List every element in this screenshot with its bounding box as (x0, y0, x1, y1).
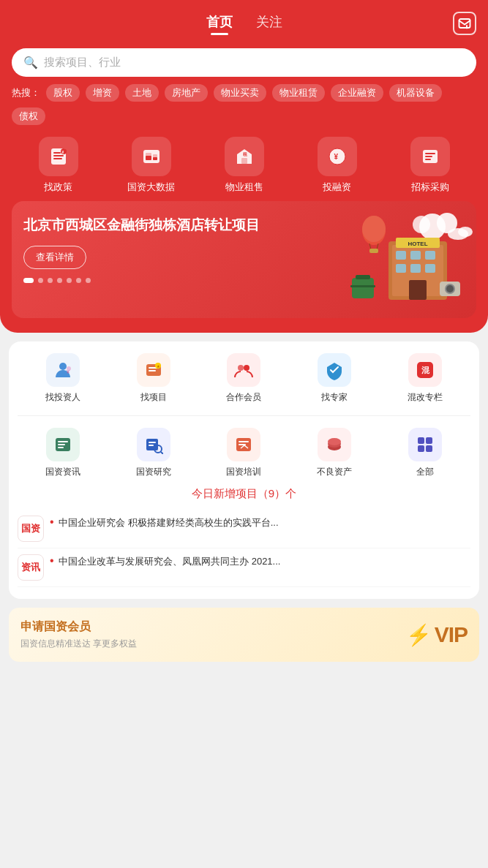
svg-rect-69 (149, 445, 154, 446)
hot-tag-8[interactable]: 债权 (12, 107, 45, 125)
all-icon (408, 428, 442, 461)
svg-point-49 (59, 363, 67, 370)
service-project[interactable]: ★ 找项目 (121, 353, 187, 404)
svg-point-58 (244, 365, 249, 371)
svg-line-67 (161, 452, 163, 454)
service-member[interactable]: 合作会员 (211, 353, 277, 404)
vip-card[interactable]: 申请国资会员 国资信息精准送达 享更多权益 ⚡ VIP (9, 608, 479, 662)
all-label: 全部 (416, 466, 434, 478)
svg-rect-19 (425, 153, 435, 154)
expert-label: 找专家 (321, 391, 348, 404)
message-icon[interactable] (453, 12, 476, 35)
func-policy[interactable]: ¥ 找政策 (29, 137, 88, 194)
news-guozi-training[interactable]: 国资培训 (211, 428, 277, 478)
svg-rect-40 (369, 249, 378, 253)
svg-rect-4 (53, 152, 61, 154)
investor-label: 找投资人 (45, 391, 80, 404)
top-nav: 首页 关注 (12, 0, 476, 42)
guozi-research-label: 国资研究 (136, 466, 171, 478)
func-rental[interactable]: 租 物业租售 (215, 137, 274, 194)
hot-tag-2[interactable]: 土地 (125, 84, 159, 102)
service-mixreform[interactable]: 混 混改专栏 (392, 353, 458, 404)
banner-button[interactable]: 查看详情 (23, 246, 86, 269)
service-row: ¥ 找投资人 ★ 找项目 (18, 353, 470, 404)
func-tender-label: 招标采购 (411, 181, 449, 194)
svg-rect-62 (58, 441, 68, 442)
news-item-0[interactable]: 国资 • 中国企业研究会 积极搭建财经类高校生的实践平台... (18, 510, 470, 548)
func-invest-label: 投融资 (323, 181, 351, 194)
news-guozi-research[interactable]: 国资研究 (121, 428, 187, 478)
banner-dots (23, 278, 91, 283)
svg-point-2 (466, 28, 468, 29)
news-guozi-info[interactable]: 国资资讯 (30, 428, 96, 478)
func-data[interactable]: 国资大数据 (122, 137, 181, 194)
dot-4 (57, 278, 62, 283)
news-item-1[interactable]: 资讯 • 中国企业改革与发展研究会、凤凰网共同主办 2021... (18, 548, 470, 587)
svg-text:¥: ¥ (61, 150, 64, 154)
func-policy-label: 找政策 (44, 181, 72, 194)
hot-tag-1[interactable]: 增资 (86, 84, 119, 102)
vip-badge-area: ⚡ VIP (406, 622, 468, 647)
vip-subtitle: 国资信息精准送达 享更多权益 (20, 638, 137, 650)
news-all[interactable]: 全部 (392, 428, 458, 478)
svg-text:¥: ¥ (334, 153, 338, 161)
svg-rect-77 (426, 437, 432, 444)
hot-tag-5[interactable]: 物业租赁 (272, 84, 325, 102)
mixreform-label: 混改专栏 (408, 391, 443, 404)
tab-home[interactable]: 首页 (206, 13, 233, 35)
today-count: 今日新增项目（9）个 (18, 487, 470, 501)
hot-tag-6[interactable]: 企业融资 (331, 84, 383, 102)
svg-rect-43 (350, 285, 375, 287)
hot-tag-4[interactable]: 物业买卖 (214, 84, 266, 102)
svg-point-57 (238, 365, 244, 371)
svg-rect-41 (352, 278, 374, 298)
news-list: 国资 • 中国企业研究会 积极搭建财经类高校生的实践平台... 资讯 • 中国企… (18, 510, 470, 587)
dot-6 (76, 278, 81, 283)
svg-text:HOTEL: HOTEL (408, 241, 427, 247)
svg-rect-63 (58, 444, 65, 445)
svg-rect-71 (239, 441, 249, 442)
svg-point-37 (362, 216, 386, 242)
func-tender[interactable]: 招标采购 (401, 137, 459, 194)
hot-label: 热搜： (12, 86, 40, 99)
guozi-info-label: 国资资讯 (45, 466, 80, 478)
service-investor[interactable]: ¥ 找投资人 (30, 353, 96, 404)
hot-tag-3[interactable]: 房地产 (165, 84, 208, 102)
svg-rect-78 (418, 445, 424, 452)
func-invest[interactable]: ¥ 投融资 (308, 137, 367, 194)
svg-rect-30 (396, 264, 406, 273)
svg-text:¥: ¥ (67, 369, 70, 374)
bullet-1: • (50, 554, 54, 567)
search-placeholder: 搜索项目、行业 (44, 56, 121, 69)
hot-tag-0[interactable]: 股权 (46, 84, 80, 102)
policy-icon: ¥ (39, 137, 78, 176)
svg-rect-5 (53, 155, 64, 156)
svg-point-24 (413, 216, 430, 233)
guozi-info-icon (46, 428, 80, 461)
svg-rect-29 (425, 251, 435, 260)
news-bad-asset[interactable]: 不良资产 (301, 428, 367, 478)
func-rental-label: 物业租售 (225, 181, 263, 194)
news-badge-0: 国资 (18, 516, 44, 542)
svg-point-48 (458, 227, 473, 237)
vip-title: 申请国资会员 (20, 619, 137, 635)
tab-follow[interactable]: 关注 (256, 13, 282, 35)
banner-title: 北京市西城区金融街独栋酒店转让项目 (23, 216, 260, 235)
news-text-1: 中国企业改革与发展研究会、凤凰网共同主办 2021... (59, 556, 280, 567)
guozi-training-icon (227, 428, 260, 461)
svg-rect-79 (426, 445, 432, 452)
hot-tag-7[interactable]: 机器设备 (389, 84, 442, 102)
header-area: 首页 关注 🔍 搜索项目、行业 热搜： 股权 增资 土地 房地产 (0, 0, 488, 333)
dot-3 (48, 278, 53, 283)
invest-icon: ¥ (318, 137, 357, 176)
dot-5 (67, 278, 72, 283)
search-bar[interactable]: 🔍 搜索项目、行业 (12, 48, 476, 77)
banner: 北京市西城区金融街独栋酒店转让项目 查看详情 (12, 201, 476, 318)
rental-icon: 租 (225, 137, 264, 176)
news-text-0: 中国企业研究会 积极搭建财经类高校生的实践平台... (59, 517, 278, 528)
service-expert[interactable]: 找专家 (301, 353, 367, 404)
svg-rect-64 (58, 447, 64, 448)
svg-rect-6 (53, 158, 62, 159)
mixreform-icon: 混 (408, 353, 442, 387)
svg-rect-13 (153, 157, 157, 160)
